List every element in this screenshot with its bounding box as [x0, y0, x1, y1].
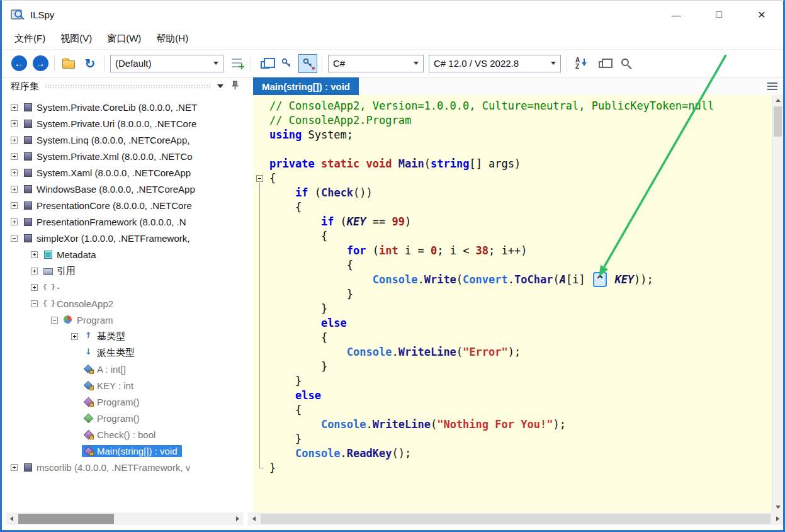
collapse-icon[interactable] — [31, 300, 38, 307]
view-options-icon[interactable] — [767, 82, 777, 90]
menu-item[interactable]: 窗口(W) — [99, 28, 149, 49]
search-button[interactable] — [613, 53, 635, 74]
tree-item[interactable]: 引用 — [6, 263, 243, 279]
scroll-right-button[interactable] — [232, 512, 243, 525]
expand-icon[interactable] — [11, 186, 18, 193]
tree-item[interactable]: simpleXor (1.0.0.0, .NETFramework, — [6, 230, 243, 246]
chevron-down-icon — [551, 62, 556, 65]
tree-item[interactable]: WindowsBase (8.0.0.0, .NETCoreApp — [6, 181, 243, 197]
tree-item[interactable]: System.Linq (8.0.0.0, .NETCoreApp, — [6, 132, 243, 148]
expand-icon[interactable] — [31, 284, 38, 291]
field-lock-icon — [83, 380, 94, 390]
tree-item[interactable]: ConsoleApp2 — [6, 295, 243, 312]
refresh-button[interactable]: ↻ — [79, 53, 101, 74]
add-assembly-list-button[interactable] — [226, 53, 247, 74]
expand-icon[interactable] — [31, 268, 38, 274]
expand-icon[interactable] — [11, 464, 18, 471]
scrollbar-thumb[interactable] — [774, 106, 782, 137]
tree-item-label: 派生类型 — [97, 347, 135, 359]
code-line: } — [269, 374, 772, 388]
scroll-left-button[interactable] — [6, 512, 17, 525]
show-internal-api-button[interactable] — [276, 53, 297, 74]
open-new-tab-button[interactable] — [254, 53, 276, 74]
code-line: { — [269, 331, 772, 345]
minimize-button[interactable]: — — [655, 1, 697, 28]
collapse-icon[interactable] — [11, 235, 18, 242]
maximize-button[interactable]: □ — [697, 1, 740, 28]
tree-item[interactable]: Program — [6, 312, 243, 328]
tree-item-label: PresentationCore (8.0.0.0, .NETCore — [37, 200, 192, 211]
expand-icon[interactable] — [11, 104, 18, 111]
sort-assemblies-button[interactable]: AZ — [570, 53, 592, 74]
tree-item[interactable]: PresentationCore (8.0.0.0, .NETCore — [6, 197, 243, 213]
tree-item[interactable]: mscorlib (4.0.0.0, .NETFramework, v — [6, 459, 243, 475]
new-tab-icon — [261, 61, 269, 69]
tree-item[interactable]: A : int[] — [6, 361, 243, 377]
panel-menu-chevron-icon[interactable] — [217, 84, 223, 88]
tree-item[interactable]: System.Private.CoreLib (8.0.0.0, .NET — [6, 99, 243, 115]
tree-item[interactable]: 派生类型 — [6, 344, 243, 361]
tree-item[interactable]: System.Private.Xml (8.0.0.0, .NETCo — [6, 148, 243, 164]
expand-icon[interactable] — [11, 169, 18, 176]
method-lock-icon — [83, 446, 94, 456]
metadata-icon — [43, 249, 54, 259]
toolbar-separator — [567, 55, 567, 72]
scroll-left-button[interactable] — [248, 512, 259, 525]
fold-guide-line — [259, 183, 260, 468]
code-horizontal-scrollbar[interactable] — [248, 512, 783, 525]
forward-button[interactable]: → — [30, 53, 51, 74]
expand-icon[interactable] — [11, 218, 18, 225]
tree-item[interactable]: Check() : bool — [6, 426, 243, 443]
expand-icon[interactable] — [31, 251, 38, 258]
expand-icon[interactable] — [11, 137, 18, 144]
tree-item[interactable]: 基类型 — [6, 328, 243, 344]
tree-item[interactable]: Program() — [6, 410, 243, 426]
tree-item[interactable]: Metadata — [6, 246, 243, 263]
close-button[interactable]: × — [740, 1, 783, 28]
collapse-all-button[interactable] — [592, 53, 613, 74]
add-assembly-icon — [232, 59, 242, 68]
tree-item[interactable]: - — [6, 279, 243, 295]
pin-icon[interactable] — [231, 81, 239, 93]
language-version-combo[interactable]: C# 12.0 / VS 2022.8 — [429, 55, 561, 72]
tree-item[interactable]: PresentationFramework (8.0.0.0, .N — [6, 213, 243, 230]
menu-item[interactable]: 帮助(H) — [149, 28, 196, 49]
language-combo[interactable]: C# — [328, 55, 424, 72]
assemblies-tree: System.Private.CoreLib (8.0.0.0, .NETSys… — [6, 95, 243, 512]
expand-icon[interactable] — [11, 202, 18, 209]
scroll-up-button[interactable] — [772, 95, 783, 106]
tree-item[interactable]: System.Xaml (8.0.0.0, .NETCoreApp — [6, 164, 243, 181]
tree-item[interactable]: KEY : int — [6, 377, 243, 393]
open-file-button[interactable] — [58, 53, 79, 74]
scrollbar-thumb[interactable] — [18, 514, 114, 524]
back-button[interactable]: ← — [8, 53, 30, 74]
menu-item[interactable]: 文件(F) — [7, 28, 53, 49]
tree-item-label: KEY : int — [97, 380, 133, 391]
fold-guide-end — [259, 468, 264, 468]
collapse-icon[interactable] — [51, 317, 58, 324]
highlighted-xor-operator[interactable]: ^ — [593, 272, 607, 287]
expand-icon[interactable] — [11, 120, 18, 127]
document-tab[interactable]: Main(string[]) : void — [253, 77, 359, 95]
code-line: { — [269, 229, 772, 244]
assembly-list-combo[interactable]: (Default) — [110, 55, 223, 72]
expand-icon[interactable] — [11, 153, 18, 160]
panel-splitter[interactable] — [243, 77, 248, 525]
scrollbar-thumb[interactable] — [261, 514, 771, 524]
scroll-right-button[interactable] — [772, 512, 783, 525]
code-line: else — [269, 316, 772, 331]
menu-item[interactable]: 视图(V) — [53, 28, 99, 49]
tree-item[interactable]: System.Private.Uri (8.0.0.0, .NETCore — [6, 115, 243, 132]
panel-drag-grip[interactable] — [45, 84, 212, 88]
show-all-members-button[interactable]: ♥ — [297, 53, 319, 74]
scroll-down-button[interactable] — [772, 502, 783, 512]
fold-marker[interactable] — [256, 175, 263, 182]
language-version-value: C# 12.0 / VS 2022.8 — [434, 58, 519, 69]
tree-item[interactable]: Main(string[]) : void — [6, 443, 243, 459]
code-vertical-scrollbar[interactable] — [772, 95, 783, 512]
tree-horizontal-scrollbar[interactable] — [6, 512, 243, 525]
expand-icon[interactable] — [71, 333, 78, 340]
tree-item[interactable]: Program() — [6, 393, 243, 410]
decompiled-code-view[interactable]: // ConsoleApp2, Version=1.0.0.0, Culture… — [253, 95, 772, 512]
ilspy-window: ILSpy — □ × 文件(F)视图(V)窗口(W)帮助(H) ← → ↻ (… — [0, 0, 785, 532]
